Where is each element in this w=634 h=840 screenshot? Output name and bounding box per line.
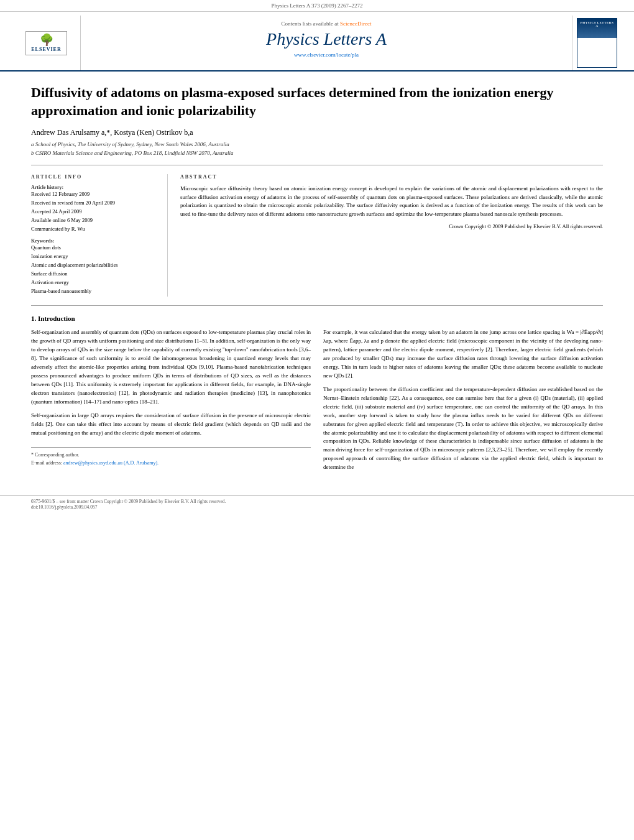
body-columns: Self-organization and assembly of quantu… xyxy=(31,328,603,477)
email-label: E-mail address: xyxy=(31,460,63,466)
sd-link[interactable]: ScienceDirect xyxy=(340,21,371,27)
footer-doi: doi:10.1016/j.physleta.2009.04.057 xyxy=(31,504,603,510)
cover-box: PHYSICS LETTERS A xyxy=(577,18,617,68)
elsevier-text: ELSEVIER xyxy=(31,47,61,52)
body-left-para2: Self-organization in large QD arrays req… xyxy=(31,412,311,438)
body-right-para2: The proportionality between the diffusio… xyxy=(323,385,603,472)
abstract-text: Microscopic surface diffusivity theory b… xyxy=(180,185,603,218)
abstract-col: ABSTRACT Microscopic surface diffusivity… xyxy=(180,174,603,297)
journal-cover-img: PHYSICS LETTERS A xyxy=(572,16,622,70)
science-direct-line: Contents lists available at ScienceDirec… xyxy=(93,21,559,27)
body-right-para1: For example, it was calculated that the … xyxy=(323,328,603,381)
body-col-right: For example, it was calculated that the … xyxy=(323,328,603,477)
available-date: Available online 6 May 2009 xyxy=(31,217,157,223)
article-title: Diffusivity of adatoms on plasma-exposed… xyxy=(31,84,603,119)
corresponding-label: * Corresponding author. xyxy=(31,451,311,459)
info-abstract-row: ARTICLE INFO Article history: Received 1… xyxy=(31,174,603,297)
elsevier-logo-box: 🌳 ELSEVIER xyxy=(25,31,67,55)
article-content: Diffusivity of adatoms on plasma-exposed… xyxy=(0,72,634,489)
authors-text: Andrew Das Arulsamy a,*, Kostya (Ken) Os… xyxy=(31,128,193,137)
communicated-by: Communicated by R. Wu xyxy=(31,226,157,232)
history-label: Article history: xyxy=(31,185,157,190)
elsevier-logo-area: 🌳 ELSEVIER xyxy=(12,16,81,70)
received-date: Received 12 February 2009 xyxy=(31,191,157,197)
abstract-heading: ABSTRACT xyxy=(180,174,603,180)
journal-header: 🌳 ELSEVIER Contents lists available at S… xyxy=(0,12,634,72)
email-address[interactable]: andrew@physics.usyd.edu.au (A.D. Arulsam… xyxy=(63,460,158,466)
authors-line: Andrew Das Arulsamy a,*, Kostya (Ken) Os… xyxy=(31,128,603,137)
article-info-heading: ARTICLE INFO xyxy=(31,174,157,180)
keyword-6: Plasma-based nanoassembly xyxy=(31,288,157,294)
footer-bar: 0375-9601/$ – see front matter Crown Cop… xyxy=(0,496,634,512)
journal-center: Contents lists available at ScienceDirec… xyxy=(81,16,572,70)
copyright-line: Crown Copyright © 2009 Published by Else… xyxy=(180,223,603,229)
keyword-1: Quantum dots xyxy=(31,244,157,251)
sd-prefix: Contents lists available at xyxy=(282,21,340,27)
accepted-date: Accepted 24 April 2009 xyxy=(31,208,157,215)
footnote-area: * Corresponding author. E-mail address: … xyxy=(31,447,311,467)
affiliation-b: b CSIRO Materials Science and Engineerin… xyxy=(31,150,603,156)
body-left-para1: Self-organization and assembly of quantu… xyxy=(31,328,311,406)
cover-title: PHYSICS LETTERS A xyxy=(580,21,614,27)
footer-issn: 0375-9601/$ – see front matter Crown Cop… xyxy=(31,499,603,504)
affiliation-a: a School of Physics, The University of S… xyxy=(31,141,603,147)
journal-url[interactable]: www.elsevier.com/locate/pla xyxy=(93,52,559,58)
received-revised-date: Received in revised form 20 April 2009 xyxy=(31,200,157,206)
journal-citation: Physics Letters A 373 (2009) 2267–2272 xyxy=(0,0,634,12)
elsevier-tree-icon: 🌳 xyxy=(31,34,61,45)
divider-1 xyxy=(31,165,603,165)
citation-text: Physics Letters A 373 (2009) 2267–2272 xyxy=(271,2,362,9)
body-col-left: Self-organization and assembly of quantu… xyxy=(31,328,311,477)
keywords-section: Keywords: Quantum dots Ionization energy… xyxy=(31,238,157,294)
intro-heading: 1. Introduction xyxy=(31,315,603,322)
keyword-4: Surface diffusion xyxy=(31,270,157,277)
page-wrapper: Physics Letters A 373 (2009) 2267–2272 🌳… xyxy=(0,0,634,512)
divider-2 xyxy=(31,305,603,306)
keywords-label: Keywords: xyxy=(31,238,157,244)
keyword-5: Activation energy xyxy=(31,279,157,285)
article-info-col: ARTICLE INFO Article history: Received 1… xyxy=(31,174,168,297)
email-line: E-mail address: andrew@physics.usyd.edu.… xyxy=(31,459,311,467)
journal-title-header: Physics Letters A xyxy=(93,29,559,49)
keyword-2: Ionization energy xyxy=(31,253,157,259)
keyword-3: Atomic and displacement polarizabilities xyxy=(31,262,157,268)
